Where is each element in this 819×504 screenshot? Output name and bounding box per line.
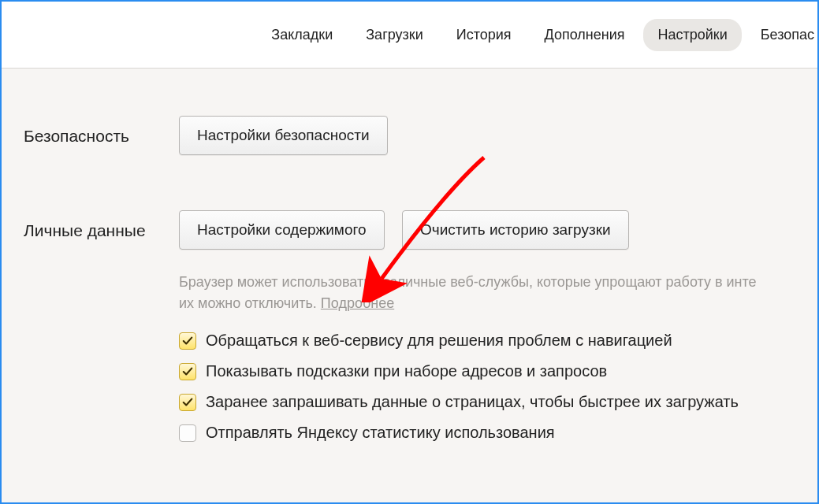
- checkbox-stats[interactable]: [179, 424, 196, 442]
- checkbox-nav-service[interactable]: [179, 332, 196, 350]
- help-more-link[interactable]: Подробнее: [321, 295, 394, 311]
- check-row-prefetch: Заранее запрашивать данные о страницах, …: [179, 393, 817, 411]
- help-text: Браузер может использовать различные веб…: [179, 272, 817, 314]
- tab-history[interactable]: История: [442, 19, 526, 51]
- nav-items: Закладки Загрузки История Дополнения Нас…: [257, 19, 817, 51]
- check-row-stats: Отправлять Яндексу статистику использова…: [179, 424, 817, 442]
- check-icon: [182, 335, 193, 346]
- clear-download-history-button[interactable]: Очистить историю загрузки: [402, 210, 629, 250]
- settings-content: Безопасность Настройки безопасности Личн…: [2, 69, 817, 454]
- check-label-stats: Отправлять Яндексу статистику использова…: [206, 424, 555, 442]
- check-icon: [182, 397, 193, 408]
- check-label-nav-service: Обращаться к веб-сервису для решения про…: [206, 332, 672, 350]
- tab-addons[interactable]: Дополнения: [530, 19, 639, 51]
- checkbox-prefetch[interactable]: [179, 394, 196, 411]
- help-text-line1: Браузер может использовать различные веб…: [179, 274, 757, 290]
- check-icon: [182, 366, 193, 377]
- security-settings-button[interactable]: Настройки безопасности: [179, 116, 388, 155]
- top-nav: Закладки Загрузки История Дополнения Нас…: [2, 2, 817, 69]
- tab-bookmarks[interactable]: Закладки: [257, 19, 347, 51]
- section-security: Безопасность Настройки безопасности: [2, 116, 817, 155]
- section-body-security: Настройки безопасности: [179, 116, 817, 155]
- section-label-security: Безопасность: [2, 116, 179, 146]
- content-settings-button[interactable]: Настройки содержимого: [179, 210, 385, 250]
- check-row-suggestions: Показывать подсказки при наборе адресов …: [179, 362, 817, 380]
- check-label-suggestions: Показывать подсказки при наборе адресов …: [206, 362, 607, 380]
- help-text-line2: их можно отключить.: [179, 295, 321, 311]
- check-row-nav-service: Обращаться к веб-сервису для решения про…: [179, 332, 817, 350]
- check-label-prefetch: Заранее запрашивать данные о страницах, …: [206, 393, 739, 411]
- tab-security-partial[interactable]: Безопас: [746, 19, 817, 51]
- check-list: Обращаться к веб-сервису для решения про…: [179, 332, 817, 442]
- section-label-personal: Личные данные: [2, 210, 179, 240]
- checkbox-suggestions[interactable]: [179, 363, 196, 380]
- tab-settings[interactable]: Настройки: [643, 19, 741, 51]
- section-body-personal: Настройки содержимого Очистить историю з…: [179, 210, 817, 454]
- section-personal: Личные данные Настройки содержимого Очис…: [2, 210, 817, 454]
- tab-downloads[interactable]: Загрузки: [352, 19, 437, 51]
